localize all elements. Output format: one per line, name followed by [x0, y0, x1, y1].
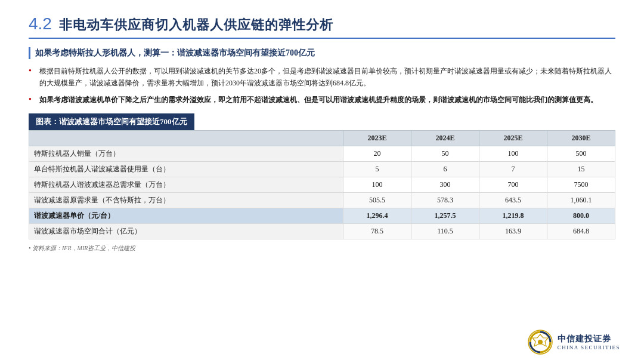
page-title-bar: 4.2 非电动车供应商切入机器人供应链的弹性分析	[29, 14, 615, 39]
table-cell-value: 100	[479, 146, 547, 161]
table-cell-value: 163.9	[479, 223, 547, 239]
table-caption: 图表：谐波减速器市场空间有望接近700亿元	[29, 113, 194, 130]
table-cell-value: 505.5	[343, 192, 411, 208]
table-cell-value: 5	[343, 161, 411, 177]
table-cell-value: 20	[343, 146, 411, 161]
table-cell-value: 50	[411, 146, 479, 161]
table-row: 谐波减速器市场空间合计（亿元）78.5110.5163.9684.8	[29, 223, 615, 239]
col-header-2023: 2023E	[343, 130, 411, 146]
table-row: 特斯拉机器人销量（万台）2050100500	[29, 146, 615, 161]
table-cell-value: 7	[479, 161, 547, 177]
company-logo-icon	[528, 330, 553, 355]
table-cell-value: 7500	[547, 177, 615, 192]
col-header-label	[29, 130, 343, 146]
page-container: 4.2 非电动车供应商切入机器人供应链的弹性分析 如果考虑特斯拉人形机器人，测算…	[0, 0, 644, 363]
svg-point-2	[538, 340, 543, 344]
table-cell-label: 特斯拉机器人销量（万台）	[29, 146, 343, 161]
title-text: 非电动车供应商切入机器人供应链的弹性分析	[59, 16, 333, 34]
table-cell-value: 15	[547, 161, 615, 177]
table-cell-value: 643.5	[479, 192, 547, 208]
table-cell-value: 100	[343, 177, 411, 192]
table-cell-label: 特斯拉机器人谐波减速器总需求量（万台）	[29, 177, 343, 192]
bullet-list: 根据目前特斯拉机器人公开的数据，可以用到谐波减速机的关节多达20多个，但是考虑到…	[29, 65, 615, 106]
bullet-item-2: 如果考虑谐波减速机单价下降之后产生的需求外溢效应，即之前用不起谐波减速机、但是可…	[29, 94, 615, 106]
table-row: 谐波减速器单价（元/台）1,296.41,257.51,219.8800.0	[29, 208, 615, 223]
logo-text-cn: 中信建投证券	[558, 334, 611, 344]
source-note: 资料来源：IFR，MIR咨工业，中信建投	[29, 244, 615, 253]
table-row: 单台特斯拉机器人谐波减速器使用量（台）56715	[29, 161, 615, 177]
table-cell-value: 1,257.5	[411, 208, 479, 223]
table-cell-value: 578.3	[411, 192, 479, 208]
data-table: 2023E 2024E 2025E 2030E 特斯拉机器人销量（万台）2050…	[29, 130, 615, 239]
table-cell-value: 300	[411, 177, 479, 192]
logo-text-block: 中信建投证券 CHINA SECURITIES	[558, 334, 620, 350]
title-number: 4.2	[29, 14, 52, 33]
table-cell-label: 谐波减速器市场空间合计（亿元）	[29, 223, 343, 239]
table-cell-value: 6	[411, 161, 479, 177]
logo-text-en: CHINA SECURITIES	[558, 344, 620, 350]
table-cell-label: 单台特斯拉机器人谐波减速器使用量（台）	[29, 161, 343, 177]
table-cell-value: 78.5	[343, 223, 411, 239]
table-cell-value: 1,219.8	[479, 208, 547, 223]
table-cell-label: 谐波减速器原需求量（不含特斯拉，万台）	[29, 192, 343, 208]
table-row: 谐波减速器原需求量（不含特斯拉，万台）505.5578.3643.51,060.…	[29, 192, 615, 208]
bullet-item-1: 根据目前特斯拉机器人公开的数据，可以用到谐波减速机的关节多达20多个，但是考虑到…	[29, 65, 615, 90]
table-cell-value: 684.8	[547, 223, 615, 239]
logo-area: 中信建投证券 CHINA SECURITIES	[528, 330, 620, 355]
col-header-2030: 2030E	[547, 130, 615, 146]
col-header-2024: 2024E	[411, 130, 479, 146]
table-cell-value: 1,296.4	[343, 208, 411, 223]
section-heading: 如果考虑特斯拉人形机器人，测算一：谐波减速器市场空间有望接近700亿元	[29, 47, 615, 59]
table-cell-value: 110.5	[411, 223, 479, 239]
table-cell-label: 谐波减速器单价（元/台）	[29, 208, 343, 223]
table-cell-value: 500	[547, 146, 615, 161]
table-header-row: 2023E 2024E 2025E 2030E	[29, 130, 615, 146]
table-section: 图表：谐波减速器市场空间有望接近700亿元 2023E 2024E 2025E …	[29, 113, 615, 253]
table-body: 特斯拉机器人销量（万台）2050100500单台特斯拉机器人谐波减速器使用量（台…	[29, 146, 615, 239]
table-cell-value: 700	[479, 177, 547, 192]
table-cell-value: 800.0	[547, 208, 615, 223]
table-cell-value: 1,060.1	[547, 192, 615, 208]
table-row: 特斯拉机器人谐波减速器总需求量（万台）1003007007500	[29, 177, 615, 192]
col-header-2025: 2025E	[479, 130, 547, 146]
